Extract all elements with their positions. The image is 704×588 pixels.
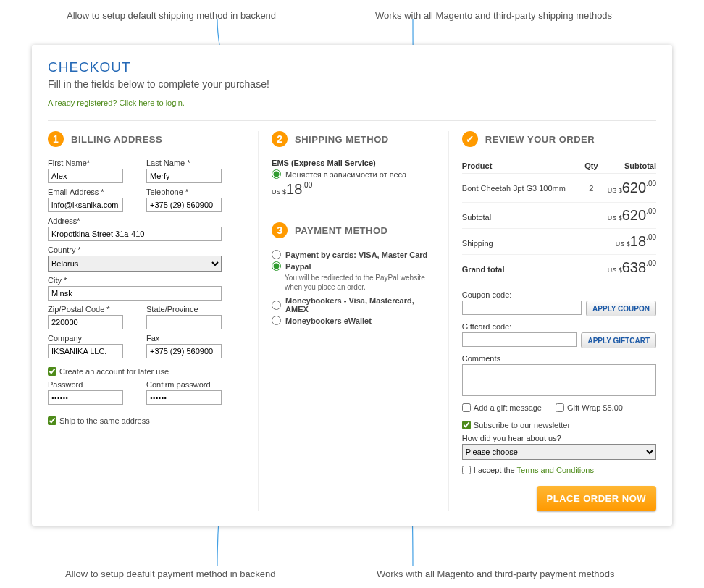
gift-message-checkbox[interactable] — [462, 403, 471, 412]
shipping-method-name: EMS (Express Mail Service) — [272, 159, 435, 167]
shipping-method-section: 2 SHIPPING METHOD EMS (Express Mail Serv… — [272, 131, 435, 198]
city-input[interactable] — [48, 286, 222, 301]
fax-label: Fax — [146, 334, 222, 343]
payment-card-label: Payment by cards: VISA, Master Card — [285, 251, 427, 259]
coupon-label: Coupon code: — [462, 290, 656, 299]
company-input[interactable] — [48, 344, 123, 358]
password-label: Password — [48, 380, 123, 389]
gift-wrap-checkbox[interactable] — [556, 403, 564, 412]
apply-giftcard-button[interactable]: APPLY GIFTCART — [581, 332, 656, 348]
comments-textarea[interactable] — [462, 364, 656, 396]
annotation-payment-methods: Works with all Magento and third-party p… — [377, 568, 615, 579]
create-account-checkbox[interactable] — [48, 367, 56, 376]
giftcard-label: Giftcard code: — [462, 322, 656, 331]
gift-message-label: Add a gift message — [474, 403, 542, 412]
paypal-note: You will be redirected to the PayPal web… — [272, 273, 435, 292]
shipping-total-label: Shipping — [462, 239, 493, 248]
address-input[interactable] — [48, 227, 222, 241]
gift-wrap-label: Gift Wrap $5.00 — [567, 403, 623, 412]
annotation-shipping-methods: Works with all Magento and third-party s… — [375, 10, 612, 21]
state-input[interactable] — [146, 315, 222, 329]
payment-title: PAYMENT METHOD — [295, 225, 387, 236]
subtotal-value: US $620.00 — [608, 207, 656, 224]
table-row: Bont Cheetah 3pt G3 100mm 2 US $620.00 — [462, 174, 656, 203]
subtotal-label: Subtotal — [462, 213, 491, 222]
ship-same-label: Ship to the same address — [59, 416, 150, 425]
fax-input[interactable] — [146, 344, 222, 358]
shipping-total-value: US $18.00 — [616, 233, 656, 250]
th-product: Product — [462, 159, 584, 174]
first-name-label: First Name* — [48, 159, 123, 167]
create-account-label: Create an account for later use — [59, 367, 169, 376]
place-order-button[interactable]: PLACE ORDER NOW — [537, 486, 657, 511]
newsletter-label: Subscribe to our newsletter — [474, 421, 570, 429]
annotation-payment-default: Allow to setup deafult payment method in… — [65, 568, 276, 579]
shipping-title: SHIPPING METHOD — [295, 134, 389, 145]
item-name: Bont Cheetah 3pt G3 100mm — [462, 174, 584, 203]
checkout-panel: CHECKOUT Fill in the fields below to com… — [32, 45, 672, 526]
company-label: Company — [48, 334, 123, 343]
shipping-option-label: Меняется в зависимости от веса — [285, 170, 406, 179]
hear-label: How did you hear about us? — [462, 434, 656, 442]
billing-title: BILLING ADDRESS — [71, 134, 162, 145]
telephone-input[interactable] — [146, 198, 222, 212]
payment-card-radio[interactable] — [272, 250, 281, 259]
hear-select[interactable]: Please choose — [462, 444, 656, 460]
step-2-badge: 2 — [272, 131, 288, 147]
th-subtotal: Subtotal — [599, 159, 656, 174]
grand-total-value: US $638.00 — [608, 259, 656, 276]
accept-terms-checkbox[interactable] — [462, 466, 471, 474]
coupon-input[interactable] — [462, 301, 582, 315]
zip-input[interactable] — [48, 315, 123, 329]
item-qty: 2 — [584, 174, 600, 203]
telephone-label: Telephone * — [146, 188, 222, 196]
email-input[interactable] — [48, 198, 123, 212]
apply-coupon-button[interactable]: APPLY COUPON — [586, 301, 656, 316]
comments-label: Comments — [462, 354, 656, 363]
review-order-section: REVIEW YOUR ORDER Product Qty Subtotal B… — [449, 131, 656, 511]
order-table: Product Qty Subtotal Bont Cheetah 3pt G3… — [462, 159, 656, 202]
payment-mb-card-radio[interactable] — [272, 301, 281, 310]
giftcard-input[interactable] — [462, 332, 577, 347]
state-label: State/Province — [146, 305, 222, 314]
payment-method-section: 3 PAYMENT METHOD Payment by cards: VISA,… — [272, 222, 435, 325]
newsletter-checkbox[interactable] — [462, 421, 471, 429]
shipping-option-radio[interactable] — [272, 169, 281, 179]
step-review-badge — [462, 131, 478, 147]
page-title: CHECKOUT — [48, 59, 656, 75]
country-select[interactable]: Belarus — [48, 256, 222, 272]
ship-same-checkbox[interactable] — [48, 416, 56, 425]
review-title: REVIEW YOUR ORDER — [485, 134, 595, 145]
billing-address-section: 1 BILLING ADDRESS First Name* Last Name … — [48, 131, 258, 511]
step-1-badge: 1 — [48, 131, 64, 147]
payment-paypal-radio[interactable] — [272, 261, 281, 271]
confirm-password-input[interactable] — [146, 390, 222, 405]
confirm-password-label: Confirm password — [146, 380, 222, 389]
payment-mb-wallet-radio[interactable] — [272, 316, 281, 325]
shipping-price: US $18.00 — [272, 181, 435, 198]
grand-total-label: Grand total — [462, 265, 505, 274]
zip-label: Zip/Postal Code * — [48, 305, 123, 314]
accept-terms-text: I accept the Terms and Conditions — [474, 466, 594, 474]
login-link[interactable]: Already registered? Click here to login. — [48, 98, 185, 107]
password-input[interactable] — [48, 390, 123, 405]
country-label: Country * — [48, 245, 245, 254]
payment-mb-card-label: Moneybookers - Visa, Mastercard, AMEX — [285, 296, 435, 314]
payment-mb-wallet-label: Moneybookers eWallet — [285, 316, 372, 325]
last-name-input[interactable] — [146, 169, 222, 183]
annotation-shipping-default: Allow to setup default shipping method i… — [67, 10, 276, 21]
page-subtitle: Fill in the fields below to complete you… — [48, 78, 656, 90]
item-subtotal: US $620.00 — [599, 174, 656, 203]
payment-paypal-label: Paypal — [285, 262, 311, 271]
city-label: City * — [48, 276, 245, 285]
email-label: Email Address * — [48, 188, 123, 196]
th-qty: Qty — [584, 159, 600, 174]
address-label: Address* — [48, 217, 245, 225]
first-name-input[interactable] — [48, 169, 123, 183]
step-3-badge: 3 — [272, 222, 288, 238]
last-name-label: Last Name * — [146, 159, 222, 167]
terms-link[interactable]: Terms and Conditions — [517, 466, 594, 474]
